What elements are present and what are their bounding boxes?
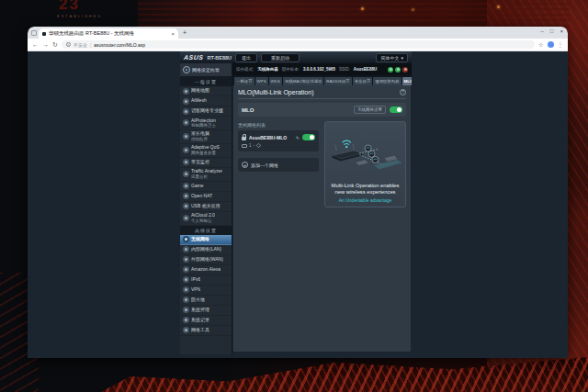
sidebar-item-text: AiMesh [191,98,207,104]
sidebar-item-system-log[interactable]: 系统记录 [180,316,232,326]
window-maximize-icon[interactable]: □ [550,28,554,34]
tab-search-icon[interactable] [31,30,37,36]
reload-icon[interactable]: ↻ [52,40,58,50]
sidebar-item-label: 网络工具 [191,328,209,333]
sidebar-item-administration[interactable]: 系统管理 [180,306,232,316]
sidebar-item-wireless[interactable]: 无线网络 [180,235,232,245]
info-icon[interactable]: ? [400,89,406,95]
sidebar-item-label: Game [191,184,204,189]
sidebar-item-alexa[interactable]: Amazon Alexa [180,265,232,275]
sidebar-item-usb-application[interactable]: USB 相关应用 [180,202,232,212]
sidebar-item-network-map[interactable]: 网络地图 [180,86,232,96]
router-model: RT-BE88U [207,55,232,61]
sidebar-item-quick-setup[interactable]: 网络设定向导 [180,63,232,77]
sidebar-item-sublabel: 网络服务质量 [191,151,220,155]
tab-professional[interactable]: 专业设置 [353,77,373,85]
mlo-panel: MLO(Multi-Link Operation) ? MLO 无线网络设置 [233,85,411,352]
sidebar-section-title-advanced: 高级设置 [180,226,232,235]
mlo-network-card[interactable]: AsusBE88U-MLO ✎ 1 [238,130,319,151]
sidebar-item-text: AiCloud 2.0个人智能云 [191,213,215,223]
tab-radius[interactable]: RADIUS设置 [324,77,351,85]
sidebar-item-aicloud[interactable]: AiCloud 2.0个人智能云 [180,212,232,226]
ssid-value: AsusBE88U [354,67,378,72]
window-minimize-icon[interactable]: – [541,28,544,34]
sidebar-item-label: 无线网络 [191,237,209,242]
sidebar-item-traffic-analyzer[interactable]: Traffic Analyzer流量分析 [180,168,232,182]
gauge-icon [183,147,189,153]
browser-window: 华硕无线路由器 RT-BE88U - 无线网络 × + – □ × ← → ↻ … [28,27,568,358]
admin-icon [183,307,189,313]
usb-status-icon[interactable] [402,67,408,73]
mode-label: 操作模式: [236,67,254,72]
mlo-toggle[interactable] [390,106,402,113]
mlo-enable-row: MLO 无线网络设置 [238,103,406,117]
browser-menu-icon[interactable]: ⋮ [558,41,564,49]
sidebar-item-text: 防火墙 [191,297,205,303]
sidebar-item-bandwidth-monitor[interactable]: 带宽监控 [180,158,232,168]
promo-link[interactable]: An Undeniable advantage [339,197,392,203]
shield-icon [183,119,189,126]
client-device-icon [242,144,247,148]
profile-avatar[interactable] [548,41,554,48]
sidebar-item-guest-network-pro[interactable]: 访客网络专业版 [180,106,232,117]
router-sidebar: 网络设定向导 一般设置网络地图AiMesh访客网络专业版AiProtection… [180,63,232,354]
sidebar-item-network-tools[interactable]: 网络工具 [180,326,232,336]
sidebar-item-label: 访客网络专业版 [191,108,223,114]
sidebar-item-ipv6[interactable]: IPv6 [180,275,232,286]
address-bar[interactable]: i 不安全 | asusrouter.com/MLO.asp [62,40,535,49]
sidebar-item-aiprotection[interactable]: AiProtection智能网络卫士 [180,117,232,130]
back-icon[interactable]: ← [32,40,39,50]
tab-wds[interactable]: WDS [269,77,282,85]
network-toggle[interactable] [302,134,315,140]
band-icon [256,143,262,149]
sidebar-item-lan[interactable]: 内部网络(LAN) [180,245,232,255]
wireless-settings-badge[interactable]: 无线网络设置 [354,106,386,114]
sidebar-item-text: 系统管理 [191,308,209,313]
wallpaper-dot [361,7,364,10]
tab-wps[interactable]: WPS [255,77,268,85]
add-network-label: 添加一个网络 [251,162,278,168]
lock-icon [242,137,246,140]
tab-general[interactable]: 一般设置 [234,77,254,85]
window-close-icon[interactable]: × [560,28,563,34]
browser-tab[interactable]: 华硕无线路由器 RT-BE88U - 无线网络 × [39,28,178,39]
forward-icon[interactable]: → [42,40,49,50]
wallpaper-top-pattern [138,0,570,27]
sidebar-item-vpn[interactable]: VPN [180,286,232,296]
tab-title: 华硕无线路由器 RT-BE88U - 无线网络 [49,30,168,37]
sidebar-item-parental-controls[interactable]: 家长电脑控制程序 [180,130,232,144]
sidebar-item-text: Traffic Analyzer流量分析 [191,169,222,179]
bookmark-star-icon[interactable]: ☆ [538,41,544,49]
reboot-button[interactable]: 重新启动 [261,53,300,62]
sidebar-item-label: 系统管理 [191,308,209,313]
wifi-status-icon[interactable] [388,67,393,73]
add-network-button[interactable]: + 添加一个网络 [238,158,319,172]
quick-setup-label: 网络设定向导 [192,67,220,73]
wallpaper-number: 23 [59,0,80,14]
internet-status-icon[interactable] [395,67,401,73]
wallpaper-bottom-pattern [101,357,588,392]
sidebar-item-aimesh[interactable]: AiMesh [180,96,232,106]
tab-mlo[interactable]: MLO [402,77,412,85]
firewall-icon [183,297,189,303]
sidebar-item-wan[interactable]: 外部网络(WAN) [180,255,232,265]
logout-button[interactable]: 退出 [235,53,257,62]
edit-icon[interactable]: ✎ [296,135,300,140]
sidebar-item-label: 外部网络(WAN) [191,257,223,263]
sidebar-item-adaptive-qos[interactable]: Adaptive QoS网络服务质量 [180,144,232,158]
sidebar-item-text: 网络地图 [191,88,209,94]
sidebar-item-text: Open NAT [191,194,212,199]
sidebar-item-firewall[interactable]: 防火墙 [180,296,232,306]
sidebar-item-open-nat[interactable]: Open NAT [180,192,232,202]
sidebar-item-text: 网络工具 [191,328,209,333]
separator-dot [254,145,255,147]
tab-close-icon[interactable]: × [171,31,175,37]
language-selector[interactable]: 简体中文 ▾ [376,53,408,62]
tab-roaming-block[interactable]: 漫游区块列表 [373,77,401,85]
tab-mac-filter[interactable]: 无线MAC地址过滤器 [283,77,324,85]
new-tab-button[interactable]: + [183,28,187,37]
sidebar-item-text: VPN [191,287,200,293]
divider [238,98,406,99]
sidebar-item-game[interactable]: Game [180,182,232,192]
sidebar-item-label: VPN [191,287,200,293]
